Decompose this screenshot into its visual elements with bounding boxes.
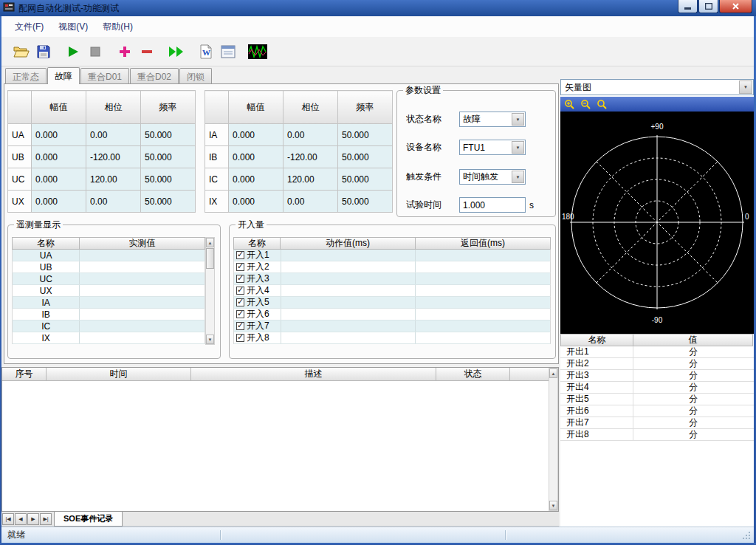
current-table: 幅值 相位 频率 IA 0.000 0.00 50.000 IB 0.000 -… <box>205 90 393 213</box>
di-checkbox[interactable] <box>236 275 244 283</box>
window-border-left <box>0 16 1 545</box>
next-page-icon[interactable]: ▶ <box>27 513 39 525</box>
di-checkbox[interactable] <box>236 334 244 342</box>
state-name-label: 状态名称 <box>406 113 459 126</box>
voltage-corner-header <box>8 91 32 124</box>
chevron-down-icon[interactable] <box>739 80 752 94</box>
menu-bar: 文件(F) 视图(V) 帮助(H) <box>1 16 754 37</box>
state-name-select[interactable]: 故障 <box>459 112 526 127</box>
fast-run-icon <box>168 45 185 58</box>
waveform-button[interactable] <box>247 41 269 63</box>
chevron-down-icon[interactable] <box>512 113 524 126</box>
scroll-down-icon[interactable] <box>206 335 214 344</box>
telemetry-row: IC <box>12 321 205 332</box>
add-state-button[interactable] <box>114 41 136 63</box>
svg-text:W: W <box>202 48 210 57</box>
report-window-icon <box>221 45 236 58</box>
report-window-button[interactable] <box>217 41 239 63</box>
di-action-header: 动作值(ms) <box>281 237 416 250</box>
output-row: 开出2分 <box>560 358 754 370</box>
open-file-button[interactable] <box>10 41 32 63</box>
event-no-header: 序号 <box>2 368 47 381</box>
current-phase-header: 相位 <box>284 91 338 124</box>
tab-normal-state[interactable]: 正常态 <box>5 68 47 83</box>
tab-lockout[interactable]: 闭锁 <box>179 68 212 83</box>
telemetry-group: 遥测量显示 名称 实测值 UA UB UC UX IA IB IC IX <box>7 224 221 359</box>
table-row: UA 0.000 0.00 50.000 <box>8 124 196 146</box>
zoom-out-icon[interactable] <box>580 98 592 111</box>
telemetry-row: IB <box>12 309 205 321</box>
zoom-reset-icon[interactable] <box>596 98 608 111</box>
stop-button[interactable] <box>84 41 106 63</box>
di-checkbox[interactable] <box>236 287 244 295</box>
first-page-icon[interactable]: |◀ <box>2 513 14 525</box>
di-checkbox[interactable] <box>236 298 244 306</box>
last-page-icon[interactable]: ▶| <box>40 513 52 525</box>
tab-reclose-d01[interactable]: 重合D01 <box>80 68 129 83</box>
di-checkbox[interactable] <box>236 263 244 271</box>
open-folder-icon <box>13 45 30 58</box>
save-button[interactable] <box>32 41 55 63</box>
scroll-up-icon[interactable] <box>206 238 214 247</box>
test-time-input[interactable]: 1.000 <box>459 197 526 213</box>
telemetry-row: UC <box>12 273 205 285</box>
minus-icon <box>140 45 154 58</box>
menu-file[interactable]: 文件(F) <box>7 17 51 37</box>
digital-input-group: 开入量 名称 动作值(ms) 返回值(ms) 开入1 开入2 开入3 开入4 开… <box>229 224 556 359</box>
telemetry-scrollbar[interactable] <box>205 237 215 345</box>
device-name-select[interactable]: FTU1 <box>459 140 526 155</box>
view-selector[interactable]: 矢量图 <box>560 79 754 95</box>
scroll-down-icon[interactable] <box>549 501 557 510</box>
close-button[interactable] <box>719 0 752 13</box>
trigger-condition-select[interactable]: 时间触发 <box>459 169 526 185</box>
digital-output-table: 名称 值 开出1分 开出2分 开出3分 开出4分 开出5分 开出6分 开出7分 … <box>560 334 754 441</box>
app-icon <box>3 1 15 16</box>
minimize-button[interactable] <box>678 0 698 13</box>
telemetry-row: UA <box>12 250 205 261</box>
vector-diagram-plot: +90 -90 180 0 <box>560 112 754 334</box>
event-status-header: 状态 <box>436 368 510 381</box>
status-text: 就绪 <box>7 529 25 541</box>
tab-fault[interactable]: 故障 <box>47 67 80 84</box>
di-checkbox[interactable] <box>236 322 244 330</box>
parameter-settings-title: 参数设置 <box>403 85 443 95</box>
di-checkbox[interactable] <box>236 251 244 259</box>
output-row: 开出5分 <box>560 394 754 405</box>
events-scrollbar[interactable] <box>549 368 558 511</box>
state-name-value: 故障 <box>463 113 481 126</box>
remove-state-button[interactable] <box>136 41 158 63</box>
resize-grip-icon[interactable] <box>742 531 752 541</box>
di-row: 开入3 <box>233 273 551 285</box>
scrollbar-thumb[interactable] <box>206 248 214 269</box>
telemetry-table: 名称 实测值 UA UB UC UX IA IB IC IX <box>12 237 205 344</box>
soe-events-table: 序号 时间 描述 状态 <box>1 367 559 512</box>
run-button[interactable] <box>62 41 84 63</box>
statusbar-separator <box>220 530 221 540</box>
word-report-button[interactable]: W <box>195 41 217 63</box>
menu-help[interactable]: 帮助(H) <box>95 17 140 37</box>
output-value-header: 值 <box>633 334 753 346</box>
polar-grid: +90 -90 180 0 <box>560 112 754 334</box>
telemetry-row: UB <box>12 261 205 273</box>
di-row: 开入5 <box>233 297 551 309</box>
current-corner-header <box>205 91 229 124</box>
run-icon <box>66 45 80 58</box>
digital-input-title: 开入量 <box>236 219 267 230</box>
maximize-button[interactable] <box>698 0 718 13</box>
tab-soe-event-log[interactable]: SOE事件记录 <box>54 512 123 527</box>
prev-page-icon[interactable]: ◀ <box>15 513 27 525</box>
run-all-button[interactable] <box>165 41 188 63</box>
menu-view[interactable]: 视图(V) <box>51 17 95 37</box>
telemetry-name-header: 名称 <box>12 237 80 250</box>
output-row: 开出7分 <box>560 417 754 429</box>
zoom-in-icon[interactable] <box>563 98 576 111</box>
waveform-icon <box>248 44 267 59</box>
toolbar: W <box>1 37 754 66</box>
tab-reclose-d02[interactable]: 重合D02 <box>130 68 179 83</box>
current-amplitude-header: 幅值 <box>229 91 284 124</box>
chevron-down-icon[interactable] <box>512 141 524 154</box>
di-checkbox[interactable] <box>236 310 244 318</box>
event-desc-header: 描述 <box>191 368 436 381</box>
chevron-down-icon[interactable] <box>512 171 524 183</box>
scroll-up-icon[interactable] <box>549 369 557 378</box>
